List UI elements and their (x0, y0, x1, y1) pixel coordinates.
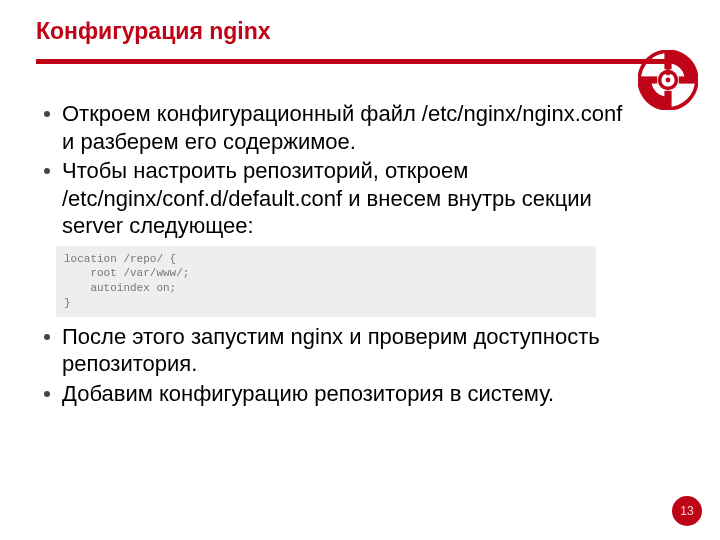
bullet-item: После этого запустим nginx и проверим до… (50, 323, 624, 378)
svg-rect-2 (664, 91, 671, 109)
slide-title: Конфигурация nginx (36, 18, 684, 45)
svg-rect-3 (639, 76, 657, 83)
brand-logo-icon (638, 50, 698, 110)
bullet-item: Добавим конфигурацию репозитория в систе… (50, 380, 624, 408)
bullet-list: Откроем конфигурационный файл /etc/nginx… (50, 100, 624, 240)
bullet-item: Откроем конфигурационный файл /etc/nginx… (50, 100, 624, 155)
bullet-list: После этого запустим nginx и проверим до… (50, 323, 624, 408)
svg-point-6 (666, 78, 671, 83)
svg-rect-1 (664, 51, 671, 69)
title-divider (36, 59, 666, 64)
code-block: location /repo/ { root /var/www/; autoin… (56, 246, 596, 317)
svg-rect-4 (679, 76, 697, 83)
slide: Конфигурация nginx Откроем конфигурацион… (0, 0, 720, 540)
content-area: Откроем конфигурационный файл /etc/nginx… (36, 100, 684, 407)
bullet-item: Чтобы настроить репозиторий, откроем /et… (50, 157, 624, 240)
page-number-badge: 13 (672, 496, 702, 526)
svg-rect-7 (666, 69, 670, 75)
